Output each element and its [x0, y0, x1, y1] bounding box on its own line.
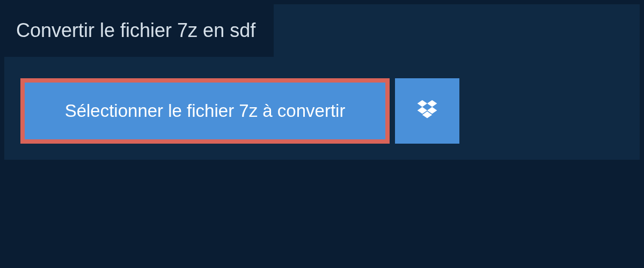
action-row: Sélectionner le fichier 7z à convertir: [4, 57, 640, 144]
converter-panel: Convertir le fichier 7z en sdf Sélection…: [4, 4, 640, 160]
select-file-button[interactable]: Sélectionner le fichier 7z à convertir: [20, 78, 390, 144]
select-file-label: Sélectionner le fichier 7z à convertir: [65, 101, 346, 121]
page-title: Convertir le fichier 7z en sdf: [4, 4, 274, 57]
dropbox-icon: [415, 98, 439, 124]
dropbox-button[interactable]: [395, 78, 459, 144]
